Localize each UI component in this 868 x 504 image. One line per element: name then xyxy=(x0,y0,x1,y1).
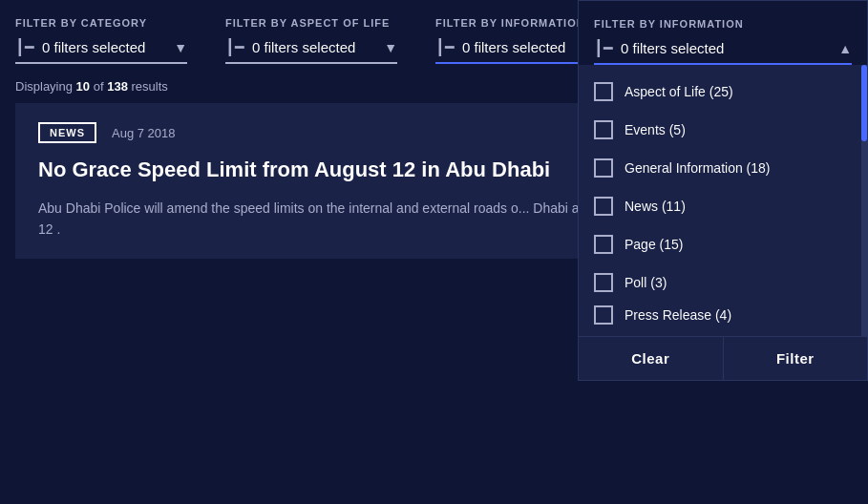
filter-aspect-icon: ┃━ xyxy=(225,38,244,56)
filter-group-aspect: FILTER BY ASPECT OF LIFE ┃━ 0 filters se… xyxy=(225,17,397,64)
filter-category-label: FILTER BY CATEGORY xyxy=(15,17,187,29)
dropdown-panel-selected[interactable]: ┃━ 0 filters selected ▲ xyxy=(594,39,852,65)
scrollbar-track xyxy=(861,65,867,336)
checkbox-label-page: Page (15) xyxy=(625,237,683,252)
results-total: 138 xyxy=(107,79,128,94)
checkbox-label-general-information: General Information (18) xyxy=(625,160,771,176)
filter-category-icon: ┃━ xyxy=(15,38,34,56)
filter-category-dropdown[interactable]: ┃━ 0 filters selected ▼ xyxy=(15,38,187,64)
checkbox-item-general-information[interactable]: General Information (18) xyxy=(579,149,867,187)
dropdown-panel-icon: ┃━ xyxy=(594,39,613,57)
dropdown-panel-chevron: ▲ xyxy=(838,41,852,56)
checkbox-aspect-of-life[interactable] xyxy=(594,82,613,101)
checkbox-item-press-release[interactable]: Press Release (4) xyxy=(579,302,867,328)
checkbox-item-news[interactable]: News (11) xyxy=(579,187,867,225)
filter-aspect-text: 0 filters selected xyxy=(252,39,355,55)
checkbox-poll[interactable] xyxy=(594,273,613,292)
checkbox-list: Aspect of Life (25) Events (5) General I… xyxy=(579,65,867,336)
checkbox-label-events: Events (5) xyxy=(625,122,686,137)
results-suffix: results xyxy=(132,79,168,94)
dropdown-footer: Clear Filter xyxy=(579,336,867,380)
checkbox-label-aspect-of-life: Aspect of Life (25) xyxy=(625,84,733,99)
article-badge: NEWS xyxy=(38,122,96,143)
filter-aspect-dropdown[interactable]: ┃━ 0 filters selected ▼ xyxy=(225,38,397,64)
checkbox-page[interactable] xyxy=(594,235,613,254)
checkbox-label-press-release: Press Release (4) xyxy=(625,307,731,323)
dropdown-panel-text: 0 filters selected xyxy=(621,40,724,56)
filter-info-text: 0 filters selected xyxy=(462,39,565,55)
filter-aspect-label: FILTER BY ASPECT OF LIFE xyxy=(225,17,397,29)
checkbox-press-release[interactable] xyxy=(594,305,613,325)
checkbox-item-aspect-of-life[interactable]: Aspect of Life (25) xyxy=(579,73,867,111)
checkbox-item-poll[interactable]: Poll (3) xyxy=(579,263,867,302)
information-dropdown-panel: FILTER BY INFORMATION ┃━ 0 filters selec… xyxy=(578,0,868,381)
scrollbar-thumb[interactable] xyxy=(861,65,867,141)
clear-button[interactable]: Clear xyxy=(579,337,724,380)
checkbox-label-poll: Poll (3) xyxy=(625,275,667,290)
article-date: Aug 7 2018 xyxy=(112,126,176,140)
filter-category-text: 0 filters selected xyxy=(42,39,145,55)
filter-button[interactable]: Filter xyxy=(724,337,868,380)
checkbox-item-page[interactable]: Page (15) xyxy=(579,225,867,263)
checkbox-general-information[interactable] xyxy=(594,158,613,178)
dropdown-panel-label: FILTER BY INFORMATION xyxy=(594,18,852,30)
filter-category-chevron: ▼ xyxy=(174,40,187,55)
filter-aspect-chevron: ▼ xyxy=(384,40,397,55)
checkbox-news[interactable] xyxy=(594,197,613,216)
checkbox-label-news: News (11) xyxy=(625,199,686,214)
checkbox-item-events[interactable]: Events (5) xyxy=(579,111,867,149)
checkbox-events[interactable] xyxy=(594,120,613,139)
results-of: of xyxy=(94,79,104,94)
filter-info-icon: ┃━ xyxy=(435,38,455,56)
results-count: 10 xyxy=(76,79,90,94)
filter-group-category: FILTER BY CATEGORY ┃━ 0 filters selected… xyxy=(15,17,187,64)
results-prefix: Displaying xyxy=(15,79,73,94)
